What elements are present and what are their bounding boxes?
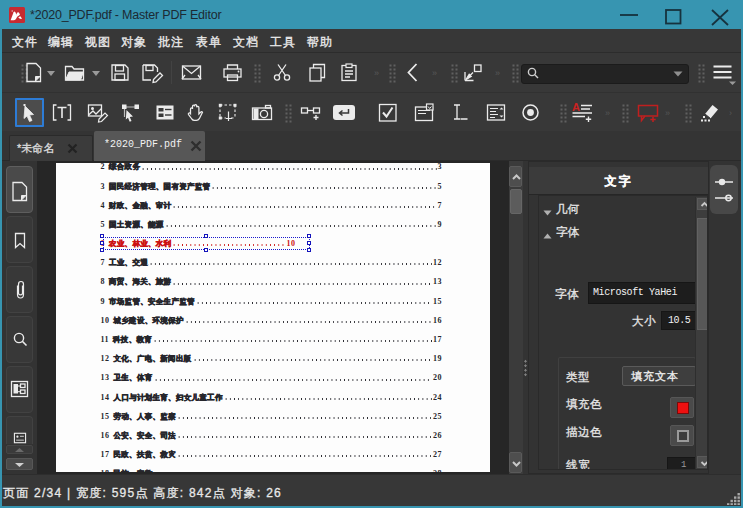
svg-text:A: A bbox=[572, 101, 580, 113]
